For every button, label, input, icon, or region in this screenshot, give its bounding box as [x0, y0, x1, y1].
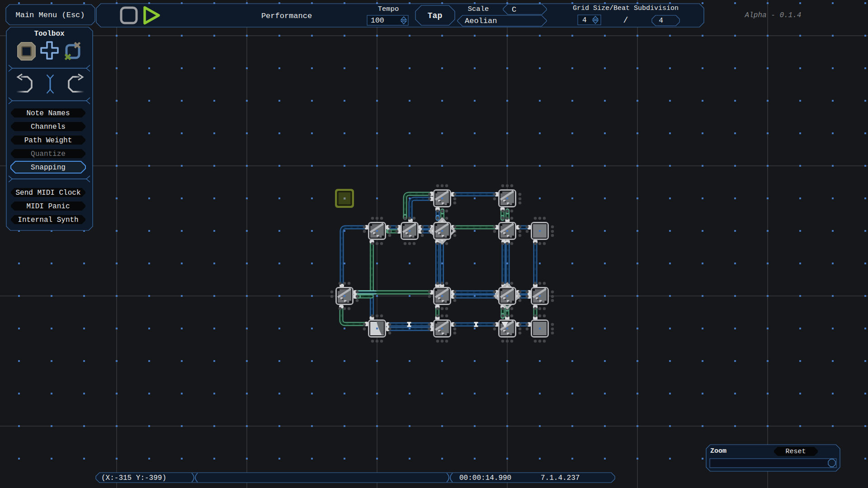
svg-text:4: 4	[582, 16, 587, 24]
svg-text:(X:-315 Y:-399): (X:-315 Y:-399)	[101, 474, 166, 482]
svg-text:00:00:14.990: 00:00:14.990	[459, 474, 511, 482]
svg-text:Performance: Performance	[261, 12, 312, 20]
svg-text:Scale: Scale	[468, 5, 489, 13]
svg-text:Aeolian: Aeolian	[465, 17, 497, 25]
svg-text:/: /	[623, 16, 628, 25]
svg-text:Note Names: Note Names	[26, 109, 70, 117]
svg-text:100: 100	[371, 16, 384, 25]
svg-text:Path Weight: Path Weight	[24, 136, 72, 145]
svg-text:7.1.4.237: 7.1.4.237	[541, 474, 580, 482]
svg-text:Toolbox: Toolbox	[34, 30, 65, 38]
svg-text:Grid Size/Beat Subdivision: Grid Size/Beat Subdivision	[573, 5, 679, 12]
svg-text:C: C	[512, 5, 516, 14]
svg-text:Quantize: Quantize	[31, 150, 66, 158]
svg-text:Tap: Tap	[428, 11, 442, 20]
svg-text:Reset: Reset	[785, 448, 806, 455]
svg-text:Alpha - 0.1.4: Alpha - 0.1.4	[745, 11, 802, 19]
svg-text:Channels: Channels	[31, 123, 66, 131]
svg-text:Main Menu (Esc): Main Menu (Esc)	[15, 11, 85, 19]
svg-text:MIDI Panic: MIDI Panic	[26, 202, 70, 211]
svg-text:Snapping: Snapping	[31, 164, 66, 172]
svg-text:Tempo: Tempo	[378, 5, 399, 13]
svg-text:Zoom: Zoom	[710, 447, 726, 455]
svg-text:Internal Synth: Internal Synth	[18, 216, 78, 224]
svg-text:Send MIDI Clock: Send MIDI Clock	[15, 189, 80, 197]
svg-text:4: 4	[659, 17, 663, 25]
